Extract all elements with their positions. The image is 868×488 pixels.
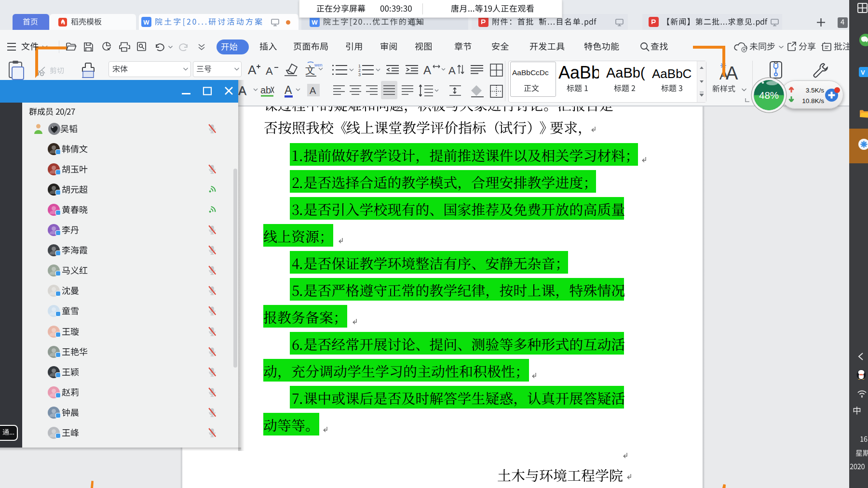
svg-text:A: A xyxy=(448,65,456,77)
svg-text:A: A xyxy=(423,64,431,77)
svg-text:A: A xyxy=(285,84,292,96)
svg-text:A: A xyxy=(310,85,316,96)
svg-text:48%: 48% xyxy=(759,90,779,101)
svg-text:A: A xyxy=(266,65,273,77)
svg-text:文: 文 xyxy=(305,65,315,76)
svg-text:V: V xyxy=(861,69,865,76)
svg-text:ab: ab xyxy=(260,85,271,95)
svg-text:wen: wen xyxy=(314,63,323,67)
svg-text:3: 3 xyxy=(358,72,361,77)
svg-text:A: A xyxy=(248,63,257,77)
